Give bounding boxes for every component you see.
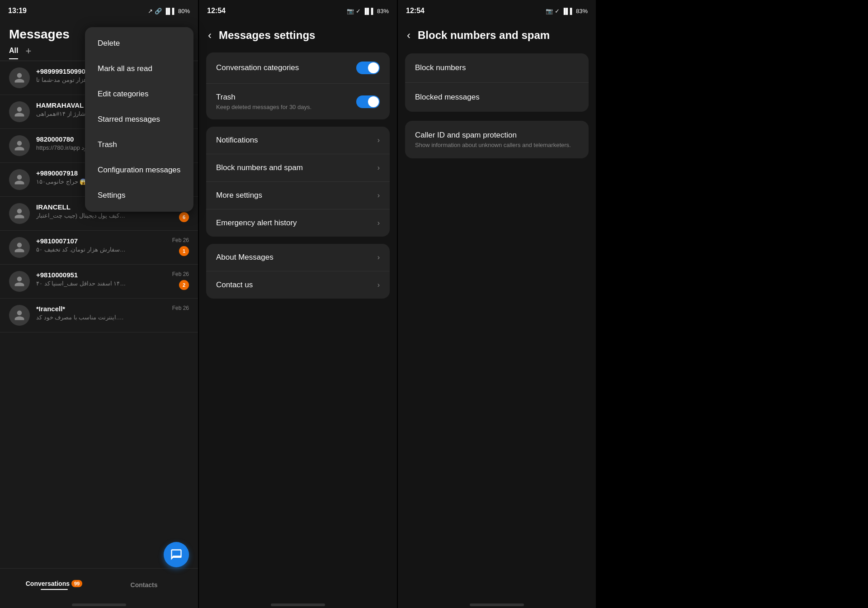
toggle-conversation-categories[interactable] (356, 62, 380, 74)
nav-contacts-label: Contacts (131, 581, 158, 589)
nav-contacts[interactable]: Contacts (99, 581, 189, 589)
dropdown-settings[interactable]: Settings (85, 183, 193, 208)
conv-item-5[interactable]: +9810007107 ۵۰ هزار تومان تخفیف اسنپ اکس… (0, 231, 198, 265)
settings-item-block-numbers[interactable]: Block numbers and spam › (206, 154, 390, 182)
conv-meta-7: Feb 26 (172, 305, 189, 311)
chevron-right-icon-2: › (377, 191, 380, 200)
nav-conversations-underline (41, 589, 68, 590)
camera-icon: 📷 (347, 8, 354, 14)
settings-item-notifications[interactable]: Notifications › (206, 127, 390, 154)
settings-label-0: Conversation categories (216, 63, 299, 72)
nav-conversations-badge: 99 (71, 580, 82, 587)
settings-item-about[interactable]: About Messages › (206, 244, 390, 271)
dropdown-trash[interactable]: Trash (85, 132, 193, 157)
nav-conversations[interactable]: Conversations 99 (9, 580, 99, 590)
battery-icon-2: 83% (377, 8, 389, 14)
status-icons-2: 📷 ✓ ▐▌▌ 83% (347, 8, 389, 14)
conv-preview-4: بسته رایگان! تاریخ انقضا بسته اینترنتی ش… (36, 212, 127, 219)
chevron-right-icon-1: › (377, 164, 380, 172)
settings-label-emergency: Emergency alert history (216, 218, 297, 228)
conv-badge-5: 1 (179, 246, 189, 256)
settings-header: ‹ Messages settings (199, 22, 397, 49)
settings-item-emergency[interactable]: Emergency alert history › (206, 209, 390, 237)
status-bar-3: 12:54 📷 ✓ ▐▌▌ 83% (398, 0, 596, 22)
arrow-icon: ↗ (148, 8, 153, 14)
settings-item-trash[interactable]: Trash Keep deleted messages for 30 days. (206, 84, 390, 119)
settings-item-more-settings[interactable]: More settings › (206, 182, 390, 209)
avatar-5 (9, 237, 30, 258)
conv-content-5: +9810007107 ۵۰ هزار تومان تخفیف اسنپ اکس… (36, 237, 166, 253)
conv-date-7: Feb 26 (172, 305, 189, 311)
settings-label-about: About Messages (216, 253, 274, 262)
panel-messages: 13:19 ↗ 🔗 ▐▌▌ 80% Messages ⋮ All + +9899… (0, 0, 199, 608)
nav-conversations-label: Conversations (26, 580, 70, 587)
chain-icon: 🔗 (155, 8, 162, 14)
status-icons-3: 📷 ✓ ▐▌▌ 83% (546, 8, 588, 14)
dropdown-configuration-messages[interactable]: Configuration messages (85, 157, 193, 183)
avatar-0 (9, 67, 30, 88)
dropdown-delete[interactable]: Delete (85, 31, 193, 56)
conv-item-7[interactable]: *Irancell* مشترک گرامی ! شما میتوانید بر… (0, 299, 198, 332)
conv-meta-5: Feb 26 1 (172, 237, 189, 256)
dropdown-menu: Delete Mark all as read Edit categories … (85, 27, 193, 212)
toggle-knob-1 (368, 96, 379, 107)
block-item-caller-id[interactable]: Caller ID and spam protection Show infor… (405, 121, 589, 158)
settings-label-trash: Trash (216, 93, 311, 102)
block-label-2: Caller ID and spam protection (415, 131, 571, 140)
spacer (597, 0, 868, 608)
conv-date-5: Feb 26 (172, 237, 189, 243)
toggle-trash[interactable] (356, 95, 380, 108)
settings-sub-trash: Keep deleted messages for 30 days. (216, 104, 311, 110)
conv-item-6[interactable]: +9810000951 ۴۰ هزار تومن تخفیف اولین سفا… (0, 265, 198, 299)
person-icon-7 (14, 309, 25, 321)
home-indicator-3 (470, 603, 524, 606)
tab-add[interactable]: + (25, 45, 31, 61)
back-button-block[interactable]: ‹ (407, 29, 410, 42)
settings-label-contact: Contact us (216, 280, 253, 290)
status-time-1: 13:19 (8, 7, 27, 15)
bottom-nav: Conversations 99 Contacts (0, 568, 198, 601)
block-item-blocked-messages[interactable]: Blocked messages (405, 83, 589, 112)
person-icon-4 (14, 208, 25, 219)
conv-name-7: *Irancell* (36, 305, 166, 313)
avatar-2 (9, 135, 30, 156)
person-icon-2 (14, 140, 25, 152)
conv-badge-6: 2 (179, 280, 189, 290)
avatar-4 (9, 203, 30, 224)
home-indicator-1 (72, 603, 126, 606)
avatar-3 (9, 169, 30, 190)
person-icon-1 (14, 106, 25, 118)
conv-content-6: +9810000951 ۴۰ هزار تومن تخفیف اولین سفا… (36, 271, 166, 287)
avatar-7 (9, 305, 30, 326)
settings-item-left-0: Conversation categories (216, 63, 299, 72)
conv-preview-6: ۴۰ هزار تومن تخفیف اولین سفارش با سرویس … (36, 280, 127, 287)
tab-all[interactable]: All (9, 47, 18, 59)
battery-icon-3: 83% (576, 8, 588, 14)
avatar-6 (9, 271, 30, 292)
compose-fab[interactable] (164, 542, 189, 567)
conv-content-7: *Irancell* مشترک گرامی ! شما میتوانید بر… (36, 305, 166, 321)
panel-messages-settings: 12:54 📷 ✓ ▐▌▌ 83% ‹ Messages settings Co… (199, 0, 398, 608)
home-indicator-2 (271, 603, 325, 606)
settings-item-contact-us[interactable]: Contact us › (206, 271, 390, 299)
camera-icon-3: 📷 (546, 8, 553, 14)
settings-item-left-1: Trash Keep deleted messages for 30 days. (216, 93, 311, 110)
block-item-block-numbers[interactable]: Block numbers (405, 53, 589, 83)
dropdown-mark-all-read[interactable]: Mark all as read (85, 56, 193, 81)
signal-icon: ▐▌▌ (164, 8, 176, 14)
settings-item-conversation-categories[interactable]: Conversation categories (206, 52, 390, 84)
settings-label-more: More settings (216, 191, 262, 200)
person-icon-3 (14, 174, 25, 185)
settings-label-notifications: Notifications (216, 136, 258, 145)
conv-date-6: Feb 26 (172, 271, 189, 277)
settings-spacer (199, 302, 397, 601)
chevron-right-icon-5: › (377, 281, 380, 289)
block-section-2: Caller ID and spam protection Show infor… (405, 121, 589, 158)
chevron-right-icon-3: › (377, 219, 380, 227)
signal-icon-3: ▐▌▌ (561, 8, 574, 14)
signal-icon-2: ▐▌▌ (363, 8, 375, 14)
back-button-settings[interactable]: ‹ (208, 29, 212, 42)
dropdown-edit-categories[interactable]: Edit categories (85, 81, 193, 107)
conv-meta-6: Feb 26 2 (172, 271, 189, 290)
dropdown-starred-messages[interactable]: Starred messages (85, 107, 193, 132)
